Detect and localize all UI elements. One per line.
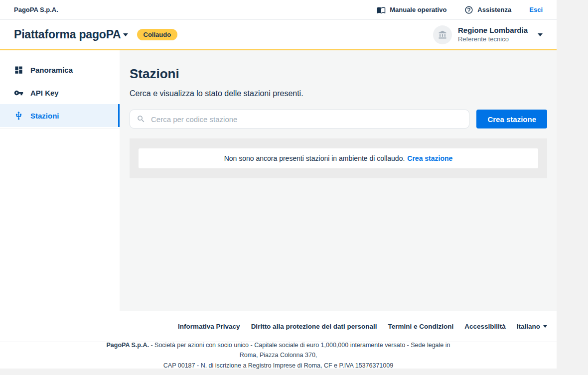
sidebar-item-api-key[interactable]: API Key: [0, 81, 120, 104]
top-bar: PagoPA S.p.A. Manuale operativo Assisten…: [0, 0, 557, 20]
language-label: Italiano: [517, 323, 540, 330]
footer-link-protezione-dati[interactable]: Diritto alla protezione dei dati persona…: [251, 323, 377, 330]
assistance-label: Assistenza: [477, 6, 511, 13]
main-content: Stazioni Cerca e visualizza lo stato del…: [120, 50, 557, 311]
footer-links-bar: Informativa Privacy Diritto alla protezi…: [0, 311, 557, 342]
footer-link-accessibilita[interactable]: Accessibilità: [464, 323, 506, 330]
chevron-down-icon: [538, 33, 543, 36]
product-header: Piattaforma pagoPA Collaudo Regione Lomb…: [0, 20, 557, 50]
key-icon: [14, 88, 23, 98]
manual-label: Manuale operativo: [390, 6, 446, 13]
app-page: PagoPA S.p.A. Manuale operativo Assisten…: [0, 0, 557, 369]
language-selector[interactable]: Italiano: [517, 323, 547, 330]
sidebar-item-label: Stazioni: [30, 112, 59, 120]
organization-name: Regione Lombardia: [458, 26, 528, 35]
organization-role: Referente tecnico: [458, 35, 528, 43]
sidebar-item-panoramica[interactable]: Panoramica: [0, 58, 120, 81]
legal-text: PagoPA S.p.A. - Società per azioni con s…: [99, 340, 458, 371]
usb-icon: [14, 111, 23, 121]
manual-button[interactable]: Manuale operativo: [377, 5, 446, 14]
sidebar-item-stazioni[interactable]: Stazioni: [0, 104, 120, 127]
legal-line1: - Società per azioni con socio unico - C…: [149, 342, 450, 359]
avatar: [433, 25, 452, 44]
create-station-button[interactable]: Crea stazione: [476, 110, 547, 128]
chevron-down-icon: [123, 33, 128, 36]
sidebar-item-label: Panoramica: [30, 66, 73, 74]
empty-state-message: Non sono ancora presenti stazioni in amb…: [224, 154, 405, 162]
footer-legal-bar: PagoPA S.p.A. - Società per azioni con s…: [0, 342, 557, 369]
product-title: Piattaforma pagoPA: [14, 28, 121, 41]
footer-link-termini-condizioni[interactable]: Termini e Condizioni: [388, 323, 453, 330]
search-row: Crea stazione: [130, 110, 547, 128]
sidebar-divider: [0, 128, 120, 128]
bank-icon: [438, 30, 447, 39]
page-title: Stazioni: [130, 66, 547, 82]
help-icon: [464, 5, 473, 14]
organization-selector[interactable]: Regione Lombardia Referente tecnico: [433, 25, 543, 44]
header-left: Piattaforma pagoPA Collaudo: [14, 28, 177, 41]
search-field-wrapper: [130, 110, 469, 128]
body: Panoramica API Key Stazioni Stazioni Cer…: [0, 50, 557, 311]
legal-brand: PagoPA S.p.A.: [107, 342, 149, 349]
empty-state-card: Non sono ancora presenti stazioni in amb…: [139, 148, 538, 168]
book-icon: [377, 5, 386, 14]
top-bar-actions: Manuale operativo Assistenza Esci: [377, 5, 543, 14]
chevron-down-icon: [543, 325, 547, 328]
organization-texts: Regione Lombardia Referente tecnico: [458, 26, 528, 43]
assistance-button[interactable]: Assistenza: [464, 5, 511, 14]
sidebar: Panoramica API Key Stazioni: [0, 50, 120, 311]
dashboard-icon: [14, 65, 23, 75]
viewport: PagoPA S.p.A. Manuale operativo Assisten…: [0, 0, 588, 375]
logout-link[interactable]: Esci: [529, 6, 543, 13]
stations-empty-container: Non sono ancora presenti stazioni in amb…: [130, 138, 547, 178]
legal-line2: CAP 00187 - N. di iscrizione a Registro …: [163, 362, 393, 369]
search-icon: [137, 115, 146, 124]
sidebar-item-label: API Key: [30, 89, 59, 97]
environment-badge: Collaudo: [137, 29, 178, 41]
footer-link-informativa-privacy[interactable]: Informativa Privacy: [178, 323, 240, 330]
search-input[interactable]: [130, 110, 469, 128]
page-subtitle: Cerca e visualizza lo stato delle stazio…: [130, 89, 547, 98]
create-station-link[interactable]: Crea stazione: [407, 154, 452, 162]
product-switcher[interactable]: Piattaforma pagoPA: [14, 28, 128, 41]
company-brand: PagoPA S.p.A.: [14, 6, 58, 13]
